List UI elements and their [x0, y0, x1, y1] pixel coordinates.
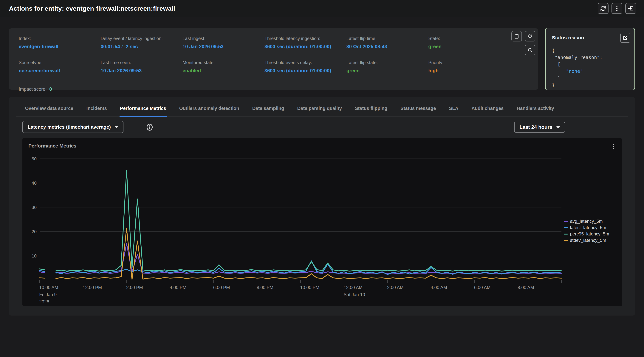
info-field-label: Latest flip time:: [346, 36, 428, 41]
info-field-value: netscreen:firewall: [19, 68, 101, 74]
chart-legend: avg_latency_5mlatest_latency_5mperc95_la…: [564, 218, 619, 244]
info-field-label: State:: [428, 36, 510, 41]
legend-swatch: [564, 234, 568, 234]
info-field: Last time seen:10 Jan 2026 09:53: [101, 60, 183, 74]
tab-status-message[interactable]: Status message: [400, 103, 436, 117]
info-field: Latest flip time:30 Oct 2025 08:43: [346, 36, 428, 50]
status-reason-title: Status reason: [552, 34, 628, 41]
legend-swatch: [564, 221, 568, 222]
info-field-label: Threshold events delay:: [264, 60, 346, 65]
exit-button[interactable]: [625, 3, 636, 14]
info-field: Index:eventgen-firewall: [19, 36, 101, 50]
tab-audit-changes[interactable]: Audit changes: [471, 103, 504, 117]
legend-item-latest_latency_5m: latest_latency_5m: [564, 224, 619, 231]
x-tick-label: 4:00 PM: [170, 285, 186, 290]
info-field-value: green: [428, 44, 510, 50]
legend-swatch: [564, 240, 568, 241]
info-field-value: 3600 sec (duration: 01:00:00): [264, 44, 346, 50]
tab-handlers-activity[interactable]: Handlers activity: [516, 103, 554, 117]
info-field: Threshold latency ingestion:3600 sec (du…: [264, 36, 346, 50]
info-field-value: eventgen-firewall: [19, 44, 101, 50]
info-field-label: Last ingest:: [182, 36, 264, 41]
search-icon: [527, 47, 533, 53]
page-title: Actions for entity: eventgen-firewall:ne…: [9, 5, 175, 12]
search-button[interactable]: [525, 45, 535, 55]
status-reason-json: { "anomaly_reason": [ "none" ] }: [552, 47, 628, 88]
metric-select-dropdown[interactable]: Latency metrics (timechart average): [22, 121, 124, 133]
tab-incidents[interactable]: Incidents: [86, 103, 107, 117]
tab-data-parsing-quality[interactable]: Data parsing quality: [297, 103, 342, 117]
series-line-avg_latency_5m: [40, 244, 562, 274]
info-field-value: 30 Oct 2025 08:43: [346, 44, 428, 50]
info-field-value: high: [428, 68, 510, 74]
tag-button[interactable]: [525, 31, 535, 42]
legend-label: perc95_latency_5m: [570, 231, 609, 236]
entity-info-grid: Index:eventgen-firewallDelay event / lat…: [9, 28, 538, 74]
info-field: State:green: [428, 36, 510, 50]
header-actions: [598, 3, 636, 14]
info-field: Priority:high: [428, 60, 510, 74]
legend-swatch: [564, 227, 568, 228]
status-reason-value: "none": [566, 68, 583, 74]
info-field: Last ingest:10 Jan 2026 09:53: [182, 36, 264, 50]
x-tick-label: 8:00 AM: [518, 285, 534, 290]
y-tick-label: 50: [32, 156, 36, 161]
x-tick-date-label: 2026: [39, 299, 49, 302]
info-field: Delay event / latency ingestion:00:01:54…: [101, 36, 183, 50]
info-field: Threshold events delay:3600 sec (duratio…: [264, 60, 346, 74]
tab-status-flipping[interactable]: Status flipping: [354, 103, 388, 117]
kebab-icon: [612, 144, 614, 149]
x-tick-label: 6:00 AM: [474, 285, 490, 290]
clipboard-button[interactable]: [512, 31, 522, 42]
x-tick-label: 4:00 AM: [431, 285, 447, 290]
info-field: Monitored state:enabled: [182, 60, 264, 74]
chart-menu-button[interactable]: [609, 142, 617, 150]
info-field-label: Latest flip state:: [346, 60, 428, 65]
legend-item-perc95_latency_5m: perc95_latency_5m: [564, 231, 619, 237]
info-field: Sourcetype:netscreen:firewall: [19, 60, 101, 74]
time-range-dropdown[interactable]: Last 24 hours: [514, 122, 565, 132]
info-tooltip-button[interactable]: [146, 123, 154, 131]
legend-item-avg_latency_5m: avg_latency_5m: [564, 218, 619, 224]
tab-overview-data-source[interactable]: Overview data source: [25, 103, 74, 117]
impact-score-row: Impact score:0: [9, 81, 538, 97]
info-field-value: 00:01:54 / -2 sec: [101, 44, 183, 50]
y-tick-label: 20: [32, 229, 36, 234]
legend-label: stdev_latency_5m: [570, 238, 606, 243]
tab-sla[interactable]: SLA: [449, 103, 459, 117]
top-header-bar: Actions for entity: eventgen-firewall:ne…: [0, 0, 644, 17]
y-tick-label: 40: [32, 180, 36, 186]
kebab-icon: [616, 6, 618, 11]
x-tick-label: 2:00 AM: [387, 285, 404, 290]
refresh-icon: [600, 6, 606, 12]
tab-bar: Overview data sourceIncidentsPerformance…: [16, 103, 628, 117]
exit-icon: [628, 6, 634, 12]
tab-data-sampling[interactable]: Data sampling: [252, 103, 284, 117]
tab-performance-metrics[interactable]: Performance Metrics: [120, 103, 166, 117]
performance-metrics-chart-card: Performance Metrics 102030405010:00 AMFr…: [22, 138, 622, 306]
tag-icon: [527, 34, 533, 39]
more-options-button[interactable]: [612, 3, 622, 14]
info-field-label: Priority:: [428, 60, 510, 65]
legend-item-stdev_latency_5m: stdev_latency_5m: [564, 237, 619, 244]
open-external-button[interactable]: [620, 33, 630, 43]
refresh-button[interactable]: [598, 3, 608, 14]
legend-label: avg_latency_5m: [570, 219, 603, 224]
info-icon: [146, 123, 154, 131]
info-field-value: 3600 sec (duration: 01:00:00): [264, 68, 346, 74]
clipboard-icon: [514, 34, 520, 39]
x-tick-date-label: Fri Jan 9: [39, 292, 56, 297]
entity-info-panel: Index:eventgen-firewallDelay event / lat…: [9, 28, 538, 90]
x-tick-date-label: Sat Jan 10: [344, 292, 365, 297]
x-tick-label: 10:00 AM: [39, 285, 58, 290]
info-field-value: green: [346, 68, 428, 74]
info-field-label: Index:: [19, 36, 101, 41]
info-field-label: Delay event / latency ingestion:: [101, 36, 183, 41]
x-tick-label: 12:00 AM: [344, 285, 362, 290]
tab-outliers-anomaly-detection[interactable]: Outliers anomaly detection: [179, 103, 240, 117]
chart-controls-row: Latency metrics (timechart average) Last…: [22, 121, 622, 133]
legend-label: latest_latency_5m: [570, 225, 606, 230]
info-field-value: 10 Jan 2026 09:53: [101, 68, 183, 74]
info-field: Latest flip state:green: [346, 60, 428, 74]
metric-select-value: Latency metrics (timechart average): [28, 124, 111, 130]
